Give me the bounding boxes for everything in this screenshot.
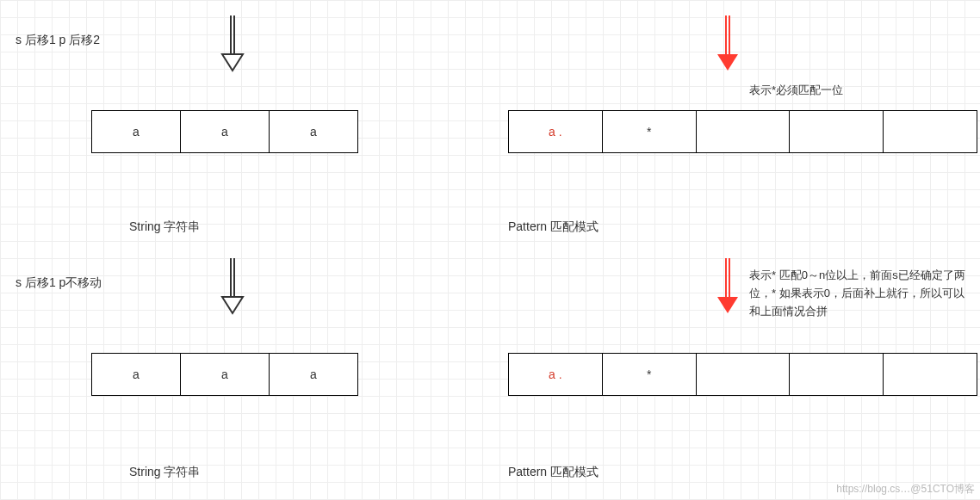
svg-marker-11 [717,297,738,313]
pattern-cell: a . [509,111,602,152]
arrow-down-red-icon [715,258,741,318]
caption-pattern-row1: Pattern 匹配模式 [508,219,599,235]
note-s-shift-p-shift: s 后移1 p 后移2 [16,33,100,48]
pattern-cell: * [602,354,696,395]
pattern-cell [789,354,883,395]
string-cell: a [92,111,180,152]
pattern-cell [883,354,977,395]
watermark: https://blog.cs…@51CTO博客 [836,482,975,497]
pattern-cell: * [602,111,696,152]
svg-marker-8 [222,297,243,313]
string-array-row2: a a a [91,353,358,396]
string-array-row1: a a a [91,110,358,153]
pattern-array-row2: a . * [508,353,977,396]
arrow-down-red-icon [715,15,741,76]
pattern-cell [883,111,977,152]
caption-string-row1: String 字符串 [129,219,200,235]
string-cell: a [269,111,357,152]
pattern-array-row1: a . * [508,110,977,153]
arrow-down-black-icon [220,15,245,76]
string-cell: a [92,354,180,395]
svg-marker-2 [222,54,243,71]
pattern-cell: a . [509,354,602,395]
caption-string-row2: String 字符串 [129,465,200,480]
note-star-must-match-one: 表示*必须匹配一位 [749,82,843,100]
note-star-zero-to-n: 表示* 匹配0～n位以上，前面s已经确定了两位，* 如果表示0，后面补上就行，所… [749,267,973,320]
string-cell: a [180,354,269,395]
note-s-shift-p-stay: s 后移1 p不移动 [16,275,102,291]
pattern-cell [696,354,790,395]
arrow-down-black-icon [220,258,245,318]
pattern-cell [696,111,790,152]
grid-background [0,0,980,500]
caption-pattern-row2: Pattern 匹配模式 [508,465,599,480]
string-cell: a [269,354,357,395]
pattern-cell [789,111,883,152]
svg-marker-5 [717,54,738,71]
string-cell: a [180,111,269,152]
